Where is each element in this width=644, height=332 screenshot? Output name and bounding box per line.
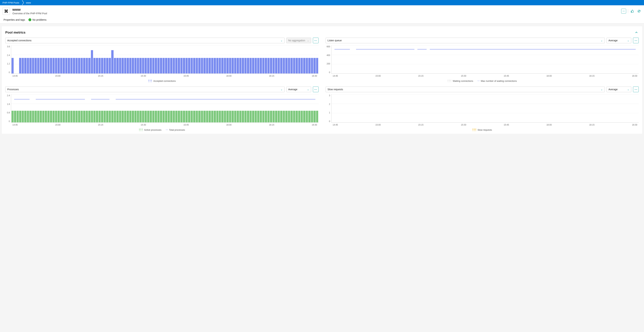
metric-selector[interactable]: Accepted connections ⌄ <box>5 38 284 43</box>
chevron-down-icon: ⌄ <box>307 39 309 42</box>
metric-label: Slow requests <box>328 88 343 91</box>
breadcrumb: PHP-FPM Pools www <box>0 0 644 5</box>
aggregation-label: No aggregation <box>288 39 305 42</box>
y-axis: 3 2 1 0 <box>326 94 331 123</box>
y-axis: 2.4 1.6 0.8 0 <box>5 94 11 123</box>
chart-listen-queue: Listen queue ⌄ Average ⌄ ⋯ 600 400 200 0 <box>326 38 639 82</box>
bars-icon: ╿╿╿ <box>139 129 143 131</box>
more-horizontal-icon <box>622 10 625 12</box>
svg-point-1 <box>624 11 624 11</box>
aggregation-selector[interactable]: Average ⌄ <box>286 87 311 92</box>
aggregation-selector[interactable]: Average ⌄ <box>606 87 631 92</box>
chart-menu-button[interactable]: ⋯ <box>633 38 639 43</box>
x-axis: 14:4515:0015:1515:3015:4516:0016:1516:30 <box>331 75 639 77</box>
more-horizontal-icon: ⋯ <box>314 88 317 91</box>
chevron-down-icon: ⌄ <box>280 39 283 42</box>
metric-label: Processes <box>7 88 19 91</box>
chart-processes: Processes ⌄ Average ⌄ ⋯ 2.4 1.6 0.8 0 <box>5 87 318 131</box>
entity-icon <box>2 7 10 15</box>
chevron-down-icon: ⌄ <box>601 88 603 91</box>
feedback-button[interactable] <box>630 9 635 13</box>
properties-and-tags-link[interactable]: Properties and tags <box>4 18 25 21</box>
line-icon: 〰 <box>478 80 480 82</box>
legend-item[interactable]: ╿╿╿ Waiting connections <box>447 80 473 82</box>
chevron-down-icon: ⌄ <box>627 88 629 91</box>
status-text: No problems <box>32 18 46 21</box>
chevron-down-icon: ⌄ <box>307 88 309 91</box>
chart-plot[interactable] <box>11 45 318 74</box>
chevron-down-icon: ⌄ <box>627 39 629 42</box>
chevron-down-icon: ⌄ <box>280 88 283 91</box>
aggregation-selector: No aggregation ⌄ <box>286 38 311 43</box>
more-horizontal-icon: ⋯ <box>634 88 638 91</box>
aggregation-label: Average <box>608 39 618 42</box>
aggregation-selector[interactable]: Average ⌄ <box>606 38 631 43</box>
page-title: www <box>12 7 47 12</box>
y-axis: 3.6 2.4 1.2 0 <box>5 45 11 74</box>
chart-menu-button[interactable]: ⋯ <box>633 87 639 92</box>
chart-slow-requests: Slow requests ⌄ Average ⌄ ⋯ 3 2 1 0 <box>326 87 639 131</box>
breadcrumb-root[interactable]: PHP-FPM Pools <box>0 0 22 5</box>
bars-icon: ╿╿╿ <box>148 80 152 82</box>
aggregation-label: Average <box>288 88 298 91</box>
section-title: Pool metrics <box>5 30 26 34</box>
chart-accepted-connections: Accepted connections ⌄ No aggregation ⌄ … <box>5 38 318 82</box>
line-icon: 〰 <box>166 129 168 131</box>
x-axis: 14:4515:0015:1515:3015:4516:0016:1516:30 <box>331 124 639 126</box>
legend-item[interactable]: ╿╿╿ Active processes <box>139 129 161 131</box>
pool-metrics-card: Pool metrics Accepted connections ⌄ No a… <box>2 26 642 134</box>
metric-selector[interactable]: Processes ⌄ <box>5 87 284 92</box>
legend-item[interactable]: ╿╿╿ Accepted connections <box>148 80 176 82</box>
bars-icon: ╿╿╿ <box>447 80 452 82</box>
legend-item[interactable]: ╿╿╿ Slow requests <box>472 129 492 131</box>
bar-series <box>11 45 318 73</box>
check-circle-icon: ✓ <box>28 18 31 21</box>
metric-label: Accepted connections <box>7 39 32 42</box>
bars-icon: ╿╿╿ <box>472 129 476 131</box>
svg-point-0 <box>623 11 623 11</box>
x-axis: 14:4515:0015:1515:3015:4516:0016:1516:30 <box>11 124 318 126</box>
page-subtitle: Overview of the PHP-FPM Pool <box>12 12 47 15</box>
chart-plot[interactable] <box>11 94 318 123</box>
legend-item[interactable]: 〰 Total processes <box>166 129 185 131</box>
chart-menu-button[interactable]: ⋯ <box>313 87 318 92</box>
chevron-down-icon: ⌄ <box>601 39 603 42</box>
page-actions-menu[interactable] <box>621 9 626 13</box>
thumbs-up-icon <box>631 9 634 13</box>
chart-plot[interactable] <box>331 45 639 74</box>
metric-label: Listen queue <box>328 39 342 42</box>
x-axis: 14:4515:0015:1515:3015:4516:0016:1516:30 <box>11 75 318 77</box>
page-header: www Overview of the PHP-FPM Pool Propert… <box>0 5 644 23</box>
aggregation-label: Average <box>608 88 618 91</box>
collapse-button[interactable] <box>634 30 639 35</box>
more-horizontal-icon: ⋯ <box>314 39 317 42</box>
chart-plot[interactable] <box>331 94 639 123</box>
refresh-button[interactable] <box>636 9 642 13</box>
y-axis: 600 400 200 0 <box>326 45 331 74</box>
chart-menu-button[interactable]: ⋯ <box>313 38 318 43</box>
refresh-icon <box>638 9 641 13</box>
puzzle-icon <box>4 9 8 13</box>
bar-series <box>11 94 318 122</box>
metric-selector[interactable]: Slow requests ⌄ <box>326 87 605 92</box>
svg-point-2 <box>624 11 624 11</box>
more-horizontal-icon: ⋯ <box>634 39 638 42</box>
legend-item[interactable]: 〰 Max number of waiting connections <box>478 80 517 82</box>
chevron-up-icon <box>635 31 638 34</box>
status-indicator[interactable]: ✓ No problems <box>28 18 46 21</box>
metric-selector[interactable]: Listen queue ⌄ <box>326 38 605 43</box>
